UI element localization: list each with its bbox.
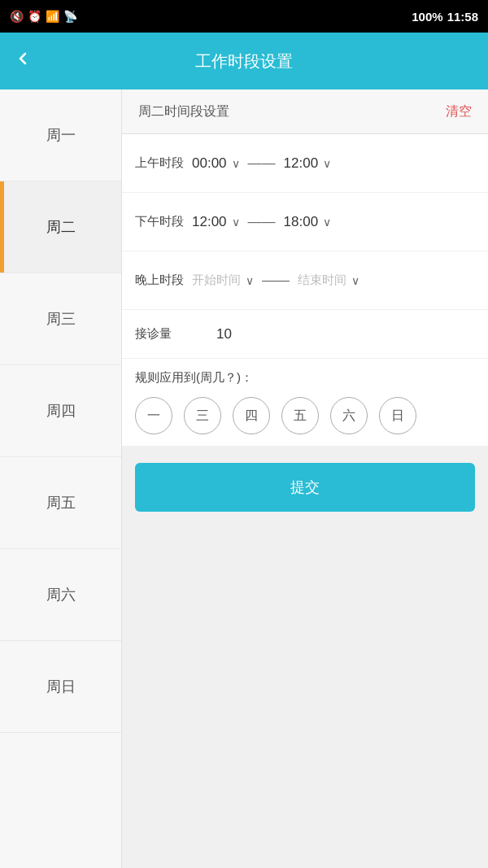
day-circle-sunday[interactable]: 日: [379, 397, 416, 434]
app-header: 工作时段设置: [0, 33, 488, 89]
sidebar-item-tuesday[interactable]: 周二: [0, 181, 121, 273]
evening-end-dropdown[interactable]: ∨: [351, 274, 359, 287]
day-circle-monday[interactable]: 一: [135, 397, 172, 434]
sidebar-item-sunday[interactable]: 周日: [0, 641, 121, 733]
sidebar: 周一 周二 周三 周四 周五 周六 周日: [0, 89, 122, 868]
content-panel: 周二时间段设置 清空 上午时段 00:00 ∨ —— 12:00 ∨ 下午时段: [122, 89, 488, 868]
morning-dash: ——: [248, 155, 276, 172]
status-bar: 🔇 ⏰ 📶 📡 100% 11:58: [0, 0, 488, 33]
evening-start-placeholder[interactable]: 开始时间: [192, 273, 241, 288]
content-header-title: 周二时间段设置: [138, 103, 229, 120]
main-layout: 周一 周二 周三 周四 周五 周六 周日 周二时间段设置 清空: [0, 89, 488, 868]
reception-label: 接诊量: [135, 326, 200, 342]
mute-icon: 🔇: [10, 10, 24, 23]
morning-end-time[interactable]: 12:00: [284, 155, 319, 172]
sidebar-item-saturday[interactable]: 周六: [0, 549, 121, 641]
back-button[interactable]: [13, 48, 33, 74]
time-display: 11:58: [447, 10, 478, 24]
morning-start-dropdown[interactable]: ∨: [232, 157, 240, 170]
afternoon-start-time[interactable]: 12:00: [192, 214, 227, 230]
afternoon-time-row: 下午时段 12:00 ∨ —— 18:00 ∨: [122, 193, 488, 251]
evening-time-row: 晚上时段 开始时间 ∨ —— 结束时间 ∨: [122, 251, 488, 310]
apply-label: 规则应用到(周几？)：: [135, 370, 475, 386]
evening-label: 晚上时段: [135, 273, 192, 288]
day-circle-thursday[interactable]: 四: [233, 397, 270, 434]
sidebar-item-wednesday[interactable]: 周三: [0, 273, 121, 365]
apply-section: 规则应用到(周几？)： 一 三 四 五 六 日: [122, 359, 488, 447]
content-header: 周二时间段设置 清空: [122, 89, 488, 134]
page-title: 工作时段设置: [195, 50, 293, 72]
sidebar-item-monday[interactable]: 周一: [0, 89, 121, 181]
morning-start-time[interactable]: 00:00: [192, 155, 227, 172]
morning-time-row: 上午时段 00:00 ∨ —— 12:00 ∨: [122, 134, 488, 193]
morning-end-dropdown[interactable]: ∨: [323, 157, 331, 170]
evening-dash: ——: [262, 273, 290, 289]
reception-row: 接诊量 10: [122, 310, 488, 359]
time-section: 上午时段 00:00 ∨ —— 12:00 ∨ 下午时段 12:00 ∨ —— …: [122, 134, 488, 310]
evening-start-dropdown[interactable]: ∨: [246, 274, 254, 287]
wifi-icon: 📶: [46, 10, 59, 23]
clear-button[interactable]: 清空: [446, 103, 472, 120]
day-circles: 一 三 四 五 六 日: [135, 397, 475, 434]
submit-section: 提交: [122, 447, 488, 528]
alarm-icon: ⏰: [28, 10, 41, 23]
submit-button[interactable]: 提交: [135, 463, 475, 512]
afternoon-end-dropdown[interactable]: ∨: [323, 216, 331, 229]
bottom-space: [122, 528, 488, 772]
day-circle-friday[interactable]: 五: [281, 397, 319, 434]
evening-end-placeholder[interactable]: 结束时间: [298, 273, 346, 288]
sidebar-item-thursday[interactable]: 周四: [0, 365, 121, 457]
afternoon-start-dropdown[interactable]: ∨: [232, 216, 240, 229]
signal-icon: 📡: [63, 10, 77, 23]
morning-label: 上午时段: [135, 155, 192, 171]
battery-label: 100%: [412, 10, 442, 24]
status-icons: 🔇 ⏰ 📶 📡: [10, 10, 77, 23]
morning-time-group: 00:00 ∨ —— 12:00 ∨: [192, 155, 475, 172]
afternoon-label: 下午时段: [135, 214, 192, 229]
day-circle-wednesday[interactable]: 三: [184, 397, 221, 434]
afternoon-dash: ——: [248, 214, 276, 230]
evening-time-group: 开始时间 ∨ —— 结束时间 ∨: [192, 273, 475, 289]
sidebar-item-friday[interactable]: 周五: [0, 457, 121, 549]
status-right: 100% 11:58: [412, 10, 478, 24]
reception-value[interactable]: 10: [216, 326, 232, 342]
afternoon-time-group: 12:00 ∨ —— 18:00 ∨: [192, 214, 475, 230]
afternoon-end-time[interactable]: 18:00: [284, 214, 319, 230]
day-circle-saturday[interactable]: 六: [330, 397, 368, 434]
